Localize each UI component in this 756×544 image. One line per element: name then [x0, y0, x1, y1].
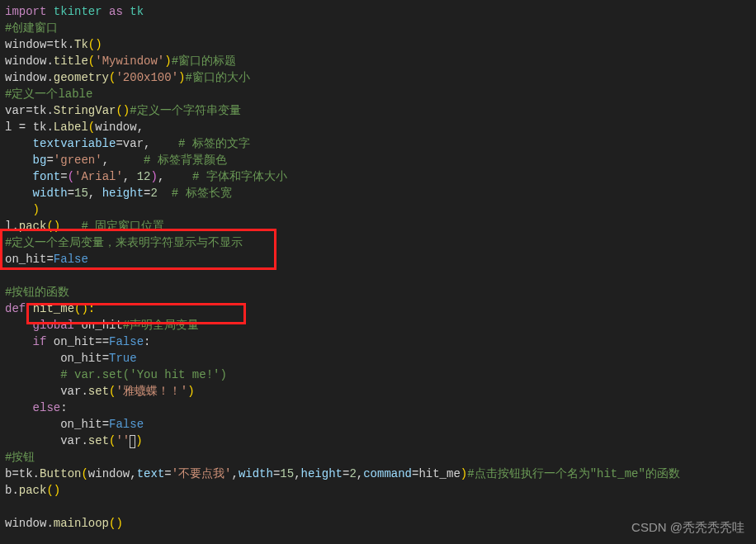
code-line: b.pack(): [5, 482, 756, 499]
code-line: #创建窗口: [5, 20, 756, 36]
code-line: window.title('Mywindow')#窗口的标题: [5, 53, 756, 69]
code-line: [5, 499, 756, 515]
code-line: def hit_me():: [5, 300, 756, 317]
code-line: l = tk.Label(window,: [5, 119, 756, 135]
code-line: #按钮的函数: [5, 284, 756, 300]
code-editor: import tkinter as tk #创建窗口 window=tk.Tk(…: [5, 3, 756, 532]
code-line: [5, 267, 756, 284]
code-line: else:: [5, 400, 756, 416]
code-line: # var.set('You hit me!'): [5, 367, 756, 383]
watermark: CSDN @秃秃秃秃哇: [631, 519, 744, 536]
code-line: import tkinter as tk: [5, 3, 756, 20]
code-line: on_hit=False: [5, 251, 756, 267]
code-line: if on_hit==False:: [5, 333, 756, 350]
code-line: ): [5, 201, 756, 218]
code-line: font=('Arial', 12), # 字体和字体大小: [5, 168, 756, 185]
code-line: l.pack() # 固定窗口位置: [5, 218, 756, 234]
code-line: on_hit=False: [5, 416, 756, 433]
code-line: #按钮: [5, 449, 756, 466]
code-line: var.set(''): [5, 433, 756, 449]
code-line: global on_hit#声明全局变量: [5, 317, 756, 333]
code-line: var=tk.StringVar()#定义一个字符串变量: [5, 102, 756, 119]
code-line: window=tk.Tk(): [5, 36, 756, 53]
code-line: bg='green', # 标签背景颜色: [5, 152, 756, 168]
code-line: window.geometry('200x100')#窗口的大小: [5, 69, 756, 86]
code-line: on_hit=True: [5, 350, 756, 367]
code-line: #定义一个全局变量，来表明字符显示与不显示: [5, 234, 756, 251]
code-line: b=tk.Button(window,text='不要点我',width=15,…: [5, 466, 756, 482]
code-line: width=15, height=2 # 标签长宽: [5, 185, 756, 201]
code-line: var.set('雅蠛蝶！！'): [5, 383, 756, 400]
code-line: textvariable=var, # 标签的文字: [5, 135, 756, 152]
code-line: #定义一个lable: [5, 86, 756, 102]
